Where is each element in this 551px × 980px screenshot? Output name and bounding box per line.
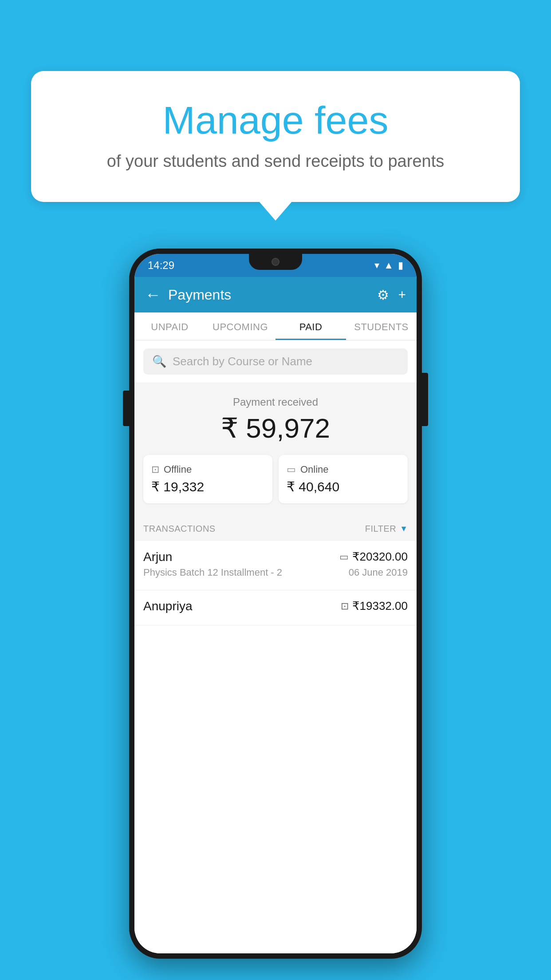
payment-received-section: Payment received ₹ 59,972 ⊡ Offline ₹ 19… [134,383,417,517]
transaction-row-top: Arjun ▭ ₹20320.00 [143,550,408,564]
transaction-amount-2: ₹19332.00 [352,599,408,613]
transaction-row-top: Anupriya ⊡ ₹19332.00 [143,599,408,613]
transaction-pay-icon-2: ⊡ [341,601,349,612]
header-title: Payments [168,287,377,303]
search-box[interactable]: 🔍 Search by Course or Name [143,348,408,375]
payment-label: Payment received [143,396,408,408]
transaction-amount-wrap: ▭ ₹20320.00 [339,550,408,564]
transactions-label: TRANSACTIONS [143,524,216,534]
offline-card-top: ⊡ Offline [151,464,264,475]
online-card: ▭ Online ₹ 40,640 [279,455,408,503]
transaction-detail: Physics Batch 12 Installment - 2 [143,567,282,578]
speech-bubble: Manage fees of your students and send re… [31,71,520,202]
tab-upcoming[interactable]: UPCOMING [205,312,276,340]
plus-icon[interactable]: + [398,287,406,302]
signal-icon: ▲ [384,260,394,271]
tab-paid[interactable]: PAID [276,312,346,340]
transaction-name: Arjun [143,550,172,564]
transaction-amount: ₹20320.00 [352,550,408,564]
app-header: ← Payments ⚙ + [134,277,417,312]
speech-bubble-title: Manage fees [58,98,493,143]
phone-notch [249,254,302,270]
transaction-row-bottom: Physics Batch 12 Installment - 2 06 June… [143,567,408,578]
wifi-icon: ▾ [374,260,379,271]
status-time: 14:29 [148,259,174,272]
notch-camera [272,258,279,266]
search-input[interactable]: Search by Course or Name [173,355,312,368]
transaction-item[interactable]: Anupriya ⊡ ₹19332.00 [134,590,417,625]
transaction-pay-icon: ▭ [339,551,349,563]
filter-label: FILTER [365,524,396,534]
offline-type: Offline [164,464,192,475]
online-type: Online [300,464,329,475]
header-icons: ⚙ + [377,287,406,303]
phone-screen: 14:29 ▾ ▲ ▮ ← Payments ⚙ + UNPAID UPCOMI… [134,254,417,953]
offline-card: ⊡ Offline ₹ 19,332 [143,455,272,503]
offline-icon: ⊡ [151,464,159,475]
transaction-amount-wrap-2: ⊡ ₹19332.00 [341,599,408,613]
transaction-list: Arjun ▭ ₹20320.00 Physics Batch 12 Insta… [134,541,417,953]
offline-amount: ₹ 19,332 [151,479,264,494]
search-icon: 🔍 [152,355,166,368]
payment-cards: ⊡ Offline ₹ 19,332 ▭ Online ₹ 40,640 [143,455,408,503]
gear-icon[interactable]: ⚙ [377,287,389,303]
transaction-date: 06 June 2019 [349,567,408,578]
filter-button[interactable]: FILTER ▼ [365,524,408,534]
filter-icon: ▼ [400,524,408,533]
transaction-item[interactable]: Arjun ▭ ₹20320.00 Physics Batch 12 Insta… [134,541,417,590]
online-amount: ₹ 40,640 [287,479,400,494]
phone-frame: 14:29 ▾ ▲ ▮ ← Payments ⚙ + UNPAID UPCOMI… [129,249,422,959]
status-icons: ▾ ▲ ▮ [374,260,403,271]
transactions-header: TRANSACTIONS FILTER ▼ [134,517,417,541]
online-icon: ▭ [287,464,296,475]
battery-icon: ▮ [398,260,403,271]
search-container: 🔍 Search by Course or Name [134,340,417,383]
tab-students[interactable]: STUDENTS [346,312,417,340]
payment-amount: ₹ 59,972 [143,412,408,444]
transaction-name-2: Anupriya [143,599,193,613]
speech-bubble-subtitle: of your students and send receipts to pa… [58,152,493,171]
back-button[interactable]: ← [145,285,161,304]
tab-unpaid[interactable]: UNPAID [134,312,205,340]
tabs: UNPAID UPCOMING PAID STUDENTS [134,312,417,340]
online-card-top: ▭ Online [287,464,400,475]
